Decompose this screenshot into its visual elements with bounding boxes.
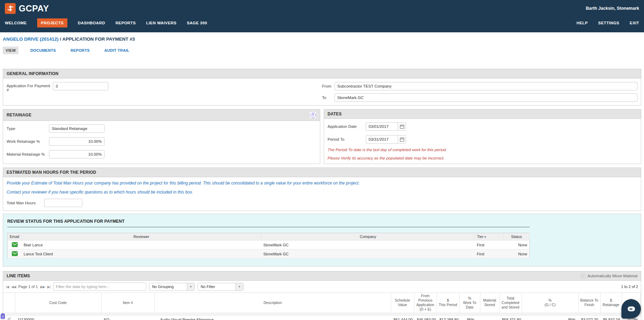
prev-page-icon[interactable]: ◀◀ (11, 285, 16, 289)
attachment-column-header (3, 293, 15, 313)
nav-item-welcome[interactable]: WELCOME (5, 18, 27, 27)
total-man-hours-input[interactable] (44, 199, 82, 207)
reviewer-company: StoneMark GC (261, 240, 475, 249)
brand-name: GCPAY (19, 3, 49, 14)
this-period[interactable]: $12,288.80 (437, 315, 459, 320)
line-items-toolbar: |◀ ◀◀ Page 1 of 1 ▶▶ ▶| No Grouping ▾ No… (3, 281, 641, 293)
from-field-row: From (322, 82, 637, 90)
brand[interactable]: GCPAY (5, 3, 49, 14)
nav-item-exit[interactable]: EXIT (630, 18, 639, 27)
tab-view[interactable]: VIEW (3, 47, 18, 54)
tab-strip: VIEW DOCUMENTS REPORTS AUDIT TRAIL (3, 47, 641, 54)
help-icon: ? (311, 113, 316, 118)
nav-item-help[interactable]: HELP (577, 18, 588, 27)
chat-launcher-button[interactable] (621, 299, 641, 319)
schedule-value: $61,444.00 (391, 315, 414, 320)
retainage-title: RETAINAGE (7, 113, 32, 117)
chat-icon (628, 306, 635, 311)
man-hours-panel: ESTIMATED MAN HOURS FOR THE PERIOD Provi… (3, 167, 641, 211)
dates-title: DATES (328, 112, 342, 116)
to-input[interactable] (335, 93, 637, 102)
nav-bar: WELCOME PROJECTS DASHBOARD REPORTS LIEN … (0, 17, 644, 32)
email-icon[interactable] (8, 249, 22, 259)
tab-audit-trail[interactable]: AUDIT TRAIL (101, 47, 132, 54)
work-retainage-input[interactable] (49, 137, 105, 146)
checkbox-checked-icon[interactable]: ✓ (581, 274, 585, 278)
nav-item-lien-waivers[interactable]: LIEN WAIVERS (146, 18, 176, 27)
grouping-select-value: No Grouping (149, 283, 187, 290)
application-number-input[interactable] (53, 82, 108, 90)
reviewer-company: StoneMark GC (261, 249, 475, 259)
total-man-hours-label: Total Man Hours (7, 201, 44, 205)
auto-move-material-toggle[interactable]: ✓ Automatically Move Material (581, 274, 637, 278)
reviewer-name: Blair Lance (22, 240, 261, 249)
breadcrumb: ANGELO DRIVE (201412) / APPLICATION FOR … (3, 36, 641, 42)
application-date-row: Application Date (328, 122, 637, 131)
next-page-icon[interactable]: ▶▶ (40, 285, 45, 289)
nav-item-sage-300[interactable]: SAGE 300 (187, 18, 207, 27)
sort-caret-icon: ▾ (485, 235, 486, 239)
work-retainage-label: Work Retainage % (7, 139, 49, 143)
breadcrumb-project-link[interactable]: ANGELO DRIVE (201412) (3, 36, 59, 42)
cost-code: 11130000 (15, 315, 101, 320)
retainage-type-input[interactable] (49, 124, 105, 133)
application-date-calendar-icon[interactable] (398, 122, 406, 131)
nav-item-projects[interactable]: PROJECTS (37, 18, 67, 27)
attachment-icon[interactable] (3, 315, 15, 320)
retainage-header: RETAINAGE ? (3, 109, 320, 121)
col-from-previous-application: From Previous Application (D + E) (414, 293, 437, 313)
material-stored[interactable]: - (480, 315, 499, 320)
nav-item-reports[interactable]: REPORTS (115, 18, 135, 27)
period-to-row: Period To (328, 135, 637, 143)
dates-header: DATES (324, 109, 641, 119)
line-items-header: LINE ITEMS ✓ Automatically Move Material (3, 271, 641, 281)
review-row-1: Blair Lance StoneMark GC First None (8, 240, 530, 249)
nav-item-dashboard[interactable]: DASHBOARD (78, 18, 105, 27)
grouping-select[interactable]: No Grouping ▾ (149, 283, 195, 291)
filter-select[interactable]: No Filter ▾ (198, 283, 243, 291)
user-name[interactable]: Barth Jacksin, Stonemark (586, 6, 639, 11)
line-items-panel: LINE ITEMS ✓ Automatically Move Material… (3, 271, 641, 320)
application-date-input[interactable] (366, 122, 398, 131)
review-row-2: Lance Test Client StoneMark GC First Non… (8, 249, 530, 259)
retainage-help-button[interactable]: ? (309, 112, 316, 118)
line-items-table: Cost Code Item # Description Schedule Va… (3, 293, 641, 320)
material-retainage-input[interactable] (49, 150, 105, 158)
extension-bug-icon[interactable] (1, 313, 5, 319)
row-range-indicator: 1 to 2 of 2 (621, 285, 638, 289)
material-retainage-label: Material Retainage % (7, 152, 49, 156)
item-number: EQ (101, 315, 155, 320)
chevron-down-icon: ▾ (236, 283, 243, 290)
filter-select-value: No Filter (198, 283, 236, 290)
from-input[interactable] (335, 82, 637, 90)
application-number-label: Application For Payment # (7, 82, 53, 92)
nav-item-settings[interactable]: SETTINGS (598, 18, 619, 27)
tab-reports[interactable]: REPORTS (68, 47, 92, 54)
reviewer-tier: First (475, 240, 504, 249)
col-total-completed-stored: Total Completed and Stored (499, 293, 522, 313)
to-field-row: To (322, 93, 637, 102)
review-status-panel: REVIEW STATUS FOR THIS APPLICATION FOR P… (3, 214, 641, 266)
total-man-hours-row: Total Man Hours (7, 199, 637, 207)
nav-right: HELP SETTINGS EXIT (577, 18, 639, 27)
email-icon[interactable] (8, 240, 22, 249)
from-previous-application: $46,083.00 (414, 315, 437, 320)
col-pct-g-c: % (G / C) (522, 293, 578, 313)
auto-move-material-label: Automatically Move Material (587, 274, 637, 278)
tab-documents[interactable]: DOCUMENTS (27, 47, 59, 54)
col-material-stored: Material Stored (480, 293, 499, 313)
period-to-calendar-icon[interactable] (398, 135, 406, 143)
breadcrumb-separator: / (59, 36, 63, 42)
first-page-icon[interactable]: |◀ (6, 285, 9, 289)
last-page-icon[interactable]: ▶| (47, 285, 50, 289)
pct-work-to-date[interactable]: 95% (459, 315, 480, 320)
line-item-row-1[interactable]: 11130000 EQ Audio Visual Prewire Allowan… (3, 315, 641, 320)
review-col-tier[interactable]: Tier▾ (475, 233, 504, 240)
period-to-input[interactable] (366, 135, 398, 143)
filter-input[interactable] (53, 282, 146, 291)
chevron-down-icon: ▾ (187, 283, 195, 290)
main-content: ANGELO DRIVE (201412) / APPLICATION FOR … (0, 36, 644, 320)
general-information-header: GENERAL INFORMATION (3, 69, 641, 79)
dates-panel: DATES Application Date Period To (324, 109, 641, 164)
reviewer-tier: First (475, 249, 504, 259)
